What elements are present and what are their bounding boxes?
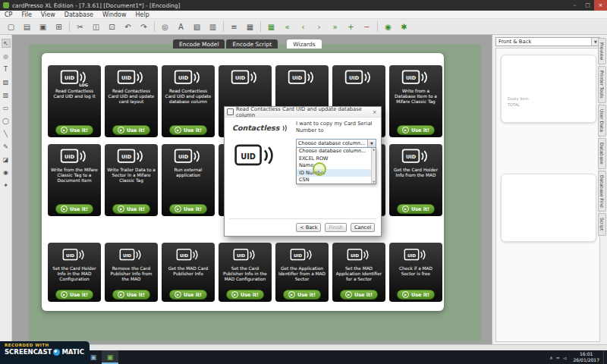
eraser-tool-icon[interactable]: ◪ — [2, 155, 11, 164]
dialog-title-bar[interactable]: Read Contactless Card UID and update dat… — [225, 107, 381, 118]
minimize-button[interactable]: – — [568, 0, 581, 11]
new-document-icon[interactable]: ▢ — [4, 20, 18, 34]
dropdown-option[interactable]: EXCEL ROW — [297, 155, 376, 162]
contactless-card-icon: UID — [116, 245, 146, 265]
line-tool-icon[interactable]: ╲ — [2, 129, 11, 138]
menu-item-database[interactable]: Database — [60, 11, 98, 18]
use-it-button[interactable]: ▶Use it! — [226, 290, 264, 300]
use-it-button[interactable]: ▶Use it! — [112, 204, 150, 214]
menu-item-cp[interactable]: CP — [0, 11, 17, 18]
tray-volume-icon[interactable]: ◅ — [563, 355, 567, 360]
use-it-button[interactable]: ▶Use it! — [112, 290, 150, 300]
use-it-button[interactable]: ▶Use it! — [169, 204, 207, 214]
tab-encode-model[interactable]: Encode Model — [173, 39, 225, 49]
tray-hidden-icons-icon[interactable]: ∧ — [549, 355, 552, 360]
grid-icon[interactable]: ▦ — [243, 20, 257, 34]
print-icon[interactable]: ⊞ — [52, 20, 66, 34]
redo-icon[interactable]: ↷ — [137, 20, 151, 34]
dropdown-option[interactable]: ID Number — [297, 169, 376, 177]
database-remove-record-icon[interactable]: − — [360, 20, 374, 34]
back-button[interactable]: < Back — [296, 223, 321, 232]
use-it-button[interactable]: ▶Use it! — [55, 290, 93, 300]
chevron-down-icon[interactable]: ▼ — [367, 140, 376, 147]
database-previous-record-icon[interactable]: ‹ — [296, 20, 310, 34]
taskbar-cardpresso-icon[interactable]: ▣ — [102, 350, 118, 364]
svg-text:UID: UID — [121, 75, 132, 81]
use-it-button[interactable]: ▶Use it! — [55, 125, 93, 135]
close-button[interactable]: × — [594, 0, 607, 11]
side-tab-database[interactable]: Database — [598, 138, 606, 169]
settings-tool-icon[interactable]: ✦ — [2, 180, 11, 190]
click-highlight-cursor — [313, 162, 326, 176]
use-it-button[interactable]: ▶Use it! — [397, 125, 435, 135]
wizard-icon[interactable]: ✱ — [397, 20, 411, 34]
svg-text:UID: UID — [406, 154, 417, 160]
tab-wizards[interactable]: Wizards — [287, 39, 322, 49]
taskbar-spacer — [118, 350, 546, 364]
text-item-icon[interactable]: A — [174, 20, 188, 34]
use-it-button[interactable]: ▶Use it! — [397, 204, 435, 214]
database-add-record-icon[interactable]: + — [344, 20, 358, 34]
align-icon[interactable]: ≡ — [227, 20, 241, 34]
dropdown-option[interactable]: CSN — [297, 177, 376, 184]
wizard-tile-label: Set the Card Holder Info in the MAD Conf… — [50, 266, 99, 288]
finish-button[interactable]: Finish — [325, 223, 347, 232]
menu-item-view[interactable]: View — [36, 11, 60, 18]
tray-network-icon[interactable]: ≈ — [556, 355, 560, 360]
cancel-button[interactable]: Cancel — [351, 223, 375, 232]
window-controls: – □ × — [568, 0, 607, 11]
database-last-record-icon[interactable]: » — [328, 20, 342, 34]
menu-item-help[interactable]: Help — [131, 11, 154, 18]
encode-tool-icon[interactable]: ◉ — [2, 168, 11, 177]
menu-item-file[interactable]: File — [17, 11, 36, 18]
side-tab-user-data[interactable]: User Data — [598, 105, 606, 136]
ellipse-tool-icon[interactable]: ◯ — [2, 116, 11, 125]
text-tool-icon[interactable]: T — [2, 64, 11, 74]
rectangle-tool-icon[interactable]: ▭ — [2, 103, 11, 112]
cut-icon[interactable]: ✂ — [73, 20, 87, 34]
title-bar[interactable]: cardPresso XL Edition - [7.3.61] [Docume… — [0, 0, 607, 11]
database-column-select[interactable]: Choose database column... ▼ — [296, 139, 376, 148]
paste-icon[interactable]: ⊡ — [105, 20, 119, 34]
database-table-icon[interactable]: ▦ — [264, 20, 278, 34]
side-tab-script[interactable]: Script — [598, 213, 606, 235]
taskbar-clock[interactable]: 16:01 26/01/2017 — [569, 350, 603, 364]
dropdown-option[interactable]: Name — [297, 162, 376, 170]
image-item-icon[interactable]: ▧ — [190, 20, 204, 34]
use-it-button[interactable]: ▶Use it! — [112, 125, 150, 135]
side-tab-database-find[interactable]: Database Find — [598, 171, 606, 212]
use-it-button[interactable]: ▶Use it! — [340, 290, 378, 300]
pen-tool-icon[interactable]: ✎ — [2, 142, 11, 151]
card-side-select[interactable]: Front & Back ▼ — [495, 37, 600, 46]
copy-icon[interactable]: ◫ — [89, 20, 103, 34]
open-document-icon[interactable]: ▤ — [20, 20, 34, 34]
dropdown-option[interactable]: Choose database column... — [297, 148, 376, 155]
card-back-preview[interactable] — [501, 174, 596, 242]
dialog-close-icon[interactable]: × — [370, 109, 379, 115]
database-first-record-icon[interactable]: « — [280, 20, 294, 34]
card-front-preview[interactable]: Dusty Item TOTAL — [501, 55, 596, 123]
use-it-button[interactable]: ▶Use it! — [283, 290, 321, 300]
encode-icon[interactable]: ◉ — [381, 20, 395, 34]
show-desktop-button[interactable] — [603, 350, 607, 364]
use-it-button[interactable]: ▶Use it! — [55, 204, 93, 214]
zoom-tool-icon[interactable]: ◎ — [2, 52, 11, 61]
undo-icon[interactable]: ↶ — [121, 20, 135, 34]
pointer-tool-icon[interactable]: ↖ — [2, 39, 11, 48]
side-tab-preview[interactable]: Preview — [598, 38, 606, 64]
image-tool-icon[interactable]: ▧ — [2, 77, 11, 86]
use-it-button[interactable]: ▶Use it! — [397, 290, 435, 300]
database-next-record-icon[interactable]: › — [312, 20, 326, 34]
barcode-tool-icon[interactable]: ▥ — [2, 90, 11, 99]
dropdown-scrollbar[interactable]: ▲▼ — [371, 148, 376, 184]
barcode-item-icon[interactable]: ▥ — [206, 20, 220, 34]
use-it-button[interactable]: ▶Use it! — [169, 125, 207, 135]
menu-item-window[interactable]: Window — [98, 11, 131, 18]
wizard-tile-label: Write from the Mifare Classic Tag to a D… — [50, 168, 99, 202]
use-it-button[interactable]: ▶Use it! — [169, 290, 207, 300]
maximize-button[interactable]: □ — [581, 0, 594, 11]
tab-encode-script[interactable]: Encode Script — [226, 39, 278, 49]
zoom-icon[interactable]: ◎ — [158, 20, 172, 34]
save-document-icon[interactable]: ▣ — [36, 20, 50, 34]
side-tab-printer-tools[interactable]: Printer Tools — [598, 66, 606, 103]
